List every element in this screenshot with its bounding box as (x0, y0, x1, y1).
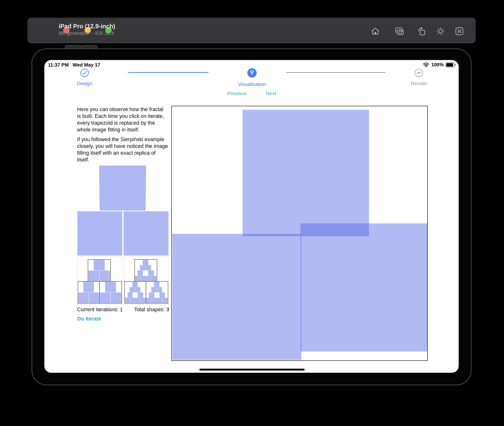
next-button[interactable]: Next (266, 91, 276, 96)
iteration-thumbnail-1-image (78, 257, 122, 304)
svg-text:⌘: ⌘ (457, 29, 462, 34)
previous-button[interactable]: Previous (227, 91, 247, 96)
counters-row: Current iterations: 1 Total shapes: 3 (77, 307, 169, 313)
screenshot-button[interactable] (394, 26, 404, 36)
stepper-line-done (128, 72, 209, 73)
step-render[interactable] (414, 68, 424, 77)
command-icon: ⌘ (455, 27, 464, 36)
current-iterations-label: Current iterations: 1 (77, 307, 123, 313)
do-iterate-button[interactable]: Do Iterate (77, 316, 101, 322)
description-paragraph-2: If you followed the Sierpiński example c… (77, 136, 175, 163)
check-circle-icon (80, 68, 89, 77)
iteration-thumbnail-2[interactable] (124, 257, 168, 304)
window-subtitle: 6th generation – iOS 16.4 (59, 30, 115, 36)
command-button[interactable]: ⌘ (455, 26, 464, 36)
spiral-icon (414, 68, 424, 77)
tornado-icon (247, 68, 257, 78)
stepper-line-pending (286, 72, 385, 73)
simulator-screenshot: iPad Pro (12.9-inch) 6th generation – iO… (0, 0, 504, 426)
description-paragraph-1: Here you can observe how the fractal is … (77, 106, 175, 133)
brightness-button[interactable] (436, 26, 445, 36)
window-titles: iPad Pro (12.9-inch) 6th generation – iO… (59, 23, 115, 36)
ipad-screen: 11:37 PM Wed May 17 100% Design (44, 60, 459, 373)
step-design-label[interactable]: Design (77, 81, 92, 86)
status-bar-right: 100% (423, 62, 455, 68)
fractal-canvas-drawing (172, 106, 427, 360)
total-shapes-label: Total shapes: 3 (134, 307, 169, 313)
status-time: 11:37 PM (48, 62, 69, 68)
step-visualization[interactable] (247, 68, 257, 78)
status-date: Wed May 17 (73, 62, 100, 68)
window-title: iPad Pro (12.9-inch) (59, 23, 115, 30)
simulator-titlebar: iPad Pro (12.9-inch) 6th generation – iO… (27, 18, 476, 43)
battery-icon (446, 62, 455, 67)
home-indicator[interactable] (199, 369, 305, 371)
iteration-thumbnail-2-image (125, 257, 168, 304)
home-button[interactable] (370, 26, 380, 36)
status-bar-left: 11:37 PM Wed May 17 (48, 62, 100, 68)
battery-percent: 100% (431, 62, 444, 68)
screenshot-icon (395, 27, 404, 36)
fractal-canvas[interactable] (171, 106, 428, 361)
fractal-preview-image (77, 165, 169, 256)
step-design[interactable] (80, 68, 89, 77)
brightness-icon (436, 27, 445, 36)
step-visualization-label[interactable]: Visualization (238, 81, 266, 87)
home-icon (371, 27, 380, 36)
rotate-icon (417, 27, 426, 36)
step-render-label[interactable]: Render (411, 81, 427, 86)
iteration-thumbnail-1[interactable] (78, 257, 122, 304)
wifi-icon (423, 62, 429, 67)
rotate-button[interactable] (417, 26, 426, 36)
